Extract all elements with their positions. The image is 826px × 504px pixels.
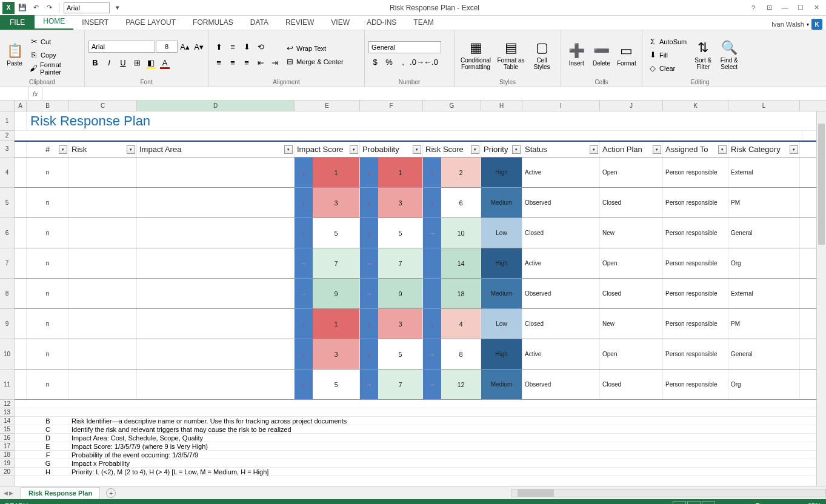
table-header-impact[interactable]: Impact Area▾ <box>137 142 295 157</box>
cell-assigned[interactable]: Person responsible <box>663 248 728 278</box>
maximize-icon[interactable]: ☐ <box>793 2 808 14</box>
table-header-status[interactable]: Status▾ <box>522 142 600 157</box>
cell-status[interactable]: Observed <box>522 279 600 308</box>
row-header[interactable]: 19 <box>0 459 14 468</box>
cell-priority[interactable]: High <box>481 339 522 369</box>
row-header[interactable]: 9 <box>0 309 14 339</box>
table-header-assigned[interactable]: Assigned To▾ <box>663 142 728 157</box>
cell[interactable] <box>15 459 27 467</box>
horizontal-scrollbar[interactable] <box>511 489 826 497</box>
save-icon[interactable]: 💾 <box>17 2 28 13</box>
table-header-plan[interactable]: Action Plan▾ <box>600 142 663 157</box>
row-header[interactable]: 8 <box>0 279 14 309</box>
cell-score[interactable]: →7 <box>360 248 423 278</box>
table-header-risk[interactable]: Risk▾ <box>69 142 137 157</box>
copy-button[interactable]: ⎘Copy <box>27 49 81 61</box>
scrollbar-thumb[interactable] <box>518 489 554 497</box>
cell-score[interactable]: ↓5 <box>360 339 423 369</box>
vertical-scrollbar[interactable] <box>816 111 826 486</box>
cell[interactable] <box>15 425 27 433</box>
name-box[interactable] <box>0 87 29 100</box>
table-header-cat[interactable]: Risk Category▾ <box>728 142 800 157</box>
cell-score[interactable]: ↓5 <box>360 218 423 248</box>
cell-score[interactable]: →9 <box>360 279 423 308</box>
cell-priority[interactable]: Low <box>481 218 522 248</box>
cell-category[interactable]: Org <box>728 248 800 278</box>
column-header-C[interactable]: C <box>69 101 137 111</box>
row-header[interactable]: 16 <box>0 434 14 442</box>
format-painter-button[interactable]: 🖌Format Painter <box>27 62 81 75</box>
align-bottom-icon[interactable]: ⬇ <box>240 41 253 54</box>
row-header[interactable]: 11 <box>0 370 14 400</box>
cell-category[interactable]: PM <box>728 188 800 217</box>
row-header[interactable]: 17 <box>0 442 14 451</box>
cell-num[interactable]: n <box>27 370 69 399</box>
cell-assigned[interactable]: Person responsible <box>663 188 728 217</box>
column-header-K[interactable]: K <box>663 101 728 111</box>
cell[interactable] <box>15 188 27 217</box>
sort-filter-button[interactable]: ⇅Sort & Filter <box>691 32 715 78</box>
cell-score[interactable]: ↓3 <box>295 339 360 369</box>
note-key[interactable]: H <box>27 468 69 476</box>
note-key[interactable]: B <box>27 417 69 425</box>
scrollbar-thumb[interactable] <box>818 124 825 245</box>
tab-team[interactable]: TEAM <box>405 15 442 30</box>
tab-home[interactable]: HOME <box>35 14 73 30</box>
cell-status[interactable]: Active <box>522 158 600 187</box>
cell-assigned[interactable]: Person responsible <box>663 339 728 369</box>
cell-num[interactable]: n <box>27 279 69 308</box>
italic-button[interactable]: I <box>102 56 116 70</box>
cell-risk[interactable] <box>69 370 137 399</box>
format-as-table-button[interactable]: ▤Format as Table <box>495 32 527 78</box>
cell[interactable] <box>15 218 27 248</box>
row-header[interactable]: 15 <box>0 425 14 434</box>
cell[interactable] <box>15 468 27 476</box>
align-top-icon[interactable]: ⬆ <box>212 41 225 54</box>
grow-font-icon[interactable]: A▴ <box>178 41 192 54</box>
cell-styles-button[interactable]: ▢Cell Styles <box>528 32 555 78</box>
user-dropdown-icon[interactable]: ▾ <box>807 22 809 27</box>
font-name-select[interactable] <box>88 41 155 53</box>
row-header[interactable]: 20 <box>0 468 14 476</box>
row-header[interactable]: 7 <box>0 248 14 279</box>
table-header-prio[interactable]: Priority▾ <box>481 142 522 157</box>
cell-score[interactable]: ↓6 <box>423 188 481 217</box>
row-header[interactable]: 2 <box>0 131 14 141</box>
cell-score[interactable]: →9 <box>295 279 360 308</box>
row-header[interactable]: 12 <box>0 400 14 408</box>
cell-score[interactable]: ↓3 <box>360 188 423 217</box>
cell-score[interactable]: ↑14 <box>423 248 481 278</box>
cell-priority[interactable]: Medium <box>481 188 522 217</box>
cell-score[interactable]: →12 <box>423 370 481 399</box>
page-break-view-icon[interactable]: ▣ <box>702 501 715 504</box>
cell-plan[interactable]: Closed <box>600 188 663 217</box>
qat-font-select[interactable] <box>64 2 110 13</box>
paste-button[interactable]: 📋 Paste <box>4 32 25 78</box>
format-cells-button[interactable]: ▭Format <box>615 32 638 78</box>
note-key[interactable]: F <box>27 451 69 459</box>
row-header[interactable]: 6 <box>0 218 14 248</box>
cell-score[interactable]: ↓3 <box>295 188 360 217</box>
merge-center-button[interactable]: ⊟Merge & Center <box>283 56 346 68</box>
underline-button[interactable]: U <box>116 56 130 70</box>
cell-status[interactable]: Closed <box>522 218 600 248</box>
cell-num[interactable]: n <box>27 158 69 187</box>
cell-category[interactable]: General <box>728 218 800 248</box>
cell-assigned[interactable]: Person responsible <box>663 370 728 399</box>
cell-impact[interactable] <box>137 218 295 248</box>
row-header[interactable]: 10 <box>0 339 14 370</box>
cut-button[interactable]: ✂Cut <box>27 36 81 48</box>
minimize-icon[interactable]: — <box>778 2 792 14</box>
filter-button[interactable]: ▾ <box>284 145 293 154</box>
cell-num[interactable]: n <box>27 218 69 248</box>
cell-priority[interactable]: Medium <box>481 279 522 308</box>
filter-button[interactable]: ▾ <box>471 145 479 154</box>
redo-icon[interactable]: ↷ <box>44 2 55 13</box>
row-header[interactable]: 13 <box>0 408 14 417</box>
find-select-button[interactable]: 🔍Find & Select <box>717 32 741 78</box>
cell-score[interactable]: ↓3 <box>360 309 423 339</box>
user-name[interactable]: Ivan Walsh <box>771 21 804 28</box>
cell-impact[interactable] <box>137 248 295 278</box>
filter-button[interactable]: ▾ <box>718 145 727 154</box>
cell-score[interactable]: →8 <box>423 339 481 369</box>
